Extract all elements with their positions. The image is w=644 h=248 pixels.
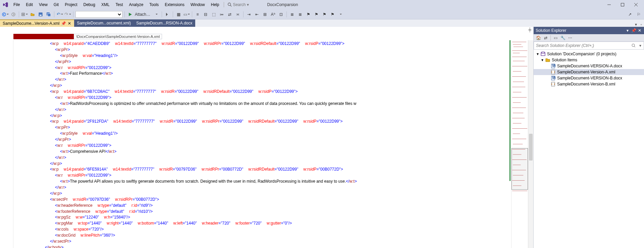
tree-folder-node[interactable]: ▾ Solution Items — [534, 57, 644, 63]
editor-gutter[interactable] — [0, 40, 13, 248]
menu-window[interactable]: Window — [188, 1, 208, 8]
redo-button[interactable] — [64, 11, 71, 18]
menu-project[interactable]: Project — [62, 1, 80, 8]
menu-view[interactable]: View — [36, 1, 50, 8]
tool-btn-13[interactable]: ⊡ — [278, 11, 284, 18]
tree-item[interactable]: SampleDocument-Version-B.xml — [534, 81, 644, 87]
se-switch-views-button[interactable]: ⇄ — [542, 35, 549, 41]
nav-back-button[interactable] — [2, 11, 9, 18]
tree-item[interactable]: W SampleDocument-VERSION-A.docx — [534, 63, 644, 69]
notifications-button[interactable]: ⚐ — [635, 11, 642, 18]
toolbar: Attach… ▦ ▭ ≡ ⊟ ⬚ ≔ ⇄ ≍ ⇥ ⇤ ⊞ Aᵇ ⊡ ≣ ≣ ⚑… — [0, 9, 644, 19]
tool-btn-11[interactable]: ⊞ — [262, 11, 268, 18]
bookmark-btn-4[interactable]: ⚑ — [329, 11, 336, 18]
panel-dropdown-icon[interactable]: ▾ — [625, 28, 630, 33]
menu-analyze[interactable]: Analyze — [126, 1, 146, 8]
save-button[interactable] — [37, 11, 44, 18]
minimap-viewport[interactable] — [512, 148, 528, 190]
scroll-thumb[interactable] — [529, 134, 533, 161]
xml-icon — [550, 69, 556, 75]
tab-third[interactable]: SampleDocum...RSION-A.docx — [133, 19, 195, 27]
solution-config-dropdown[interactable] — [75, 11, 122, 18]
solution-explorer-title: Solution Explorer — [536, 28, 566, 33]
search-icon[interactable] — [630, 44, 637, 48]
folder-icon — [545, 57, 550, 63]
tool-btn-5[interactable]: ⬚ — [210, 11, 217, 18]
menu-debug[interactable]: Debug — [81, 1, 98, 8]
menu-extensions[interactable]: Extensions — [162, 1, 187, 8]
split-handle[interactable]: ╪ — [0, 27, 533, 33]
tool-btn-6[interactable]: ≔ — [218, 11, 225, 18]
tab-active[interactable]: SampleDocume...Version-A.xml 📌 ✕ — [0, 19, 74, 27]
menubar: File Edit View Git Project Debug XML Tes… — [11, 1, 298, 8]
docx-icon: W — [550, 75, 556, 81]
search-dropdown-icon[interactable]: ▾ — [637, 43, 644, 48]
tool-btn-8[interactable]: ≍ — [234, 11, 241, 18]
panel-close-icon[interactable]: ✕ — [637, 28, 642, 33]
maximize-button[interactable] — [616, 0, 629, 9]
minimize-button[interactable] — [602, 0, 616, 9]
tab-active-label: SampleDocume...Version-A.xml — [3, 21, 59, 26]
solution-explorer-search-input[interactable] — [534, 43, 630, 48]
tool-btn-7[interactable]: ⇄ — [226, 11, 233, 18]
se-more-button[interactable]: ⋯ — [567, 35, 574, 41]
tab-second[interactable]: SampleDocum...ocument.xml) — [74, 19, 133, 27]
minimap[interactable] — [511, 40, 528, 248]
nav-fwd-button[interactable] — [10, 11, 17, 18]
tool-btn-15[interactable]: ≣ — [297, 11, 304, 18]
chevron-down-icon[interactable]: ▾ — [540, 58, 544, 62]
menu-edit[interactable]: Edit — [23, 1, 36, 8]
tool-btn-16[interactable] — [337, 11, 344, 18]
tool-btn-10[interactable]: ⇤ — [254, 11, 260, 18]
menu-test[interactable]: Test — [113, 1, 126, 8]
start-button[interactable] — [127, 11, 133, 18]
attach-label[interactable]: Attach… — [135, 12, 152, 17]
menu-git[interactable]: Git — [51, 1, 61, 8]
tool-btn-4[interactable]: ⊟ — [202, 11, 209, 18]
panel-pin-icon[interactable]: 📌 — [631, 28, 636, 33]
tab-pin-button[interactable]: ▫ — [639, 22, 644, 27]
menu-tools[interactable]: Tools — [147, 1, 161, 8]
tree-solution-node[interactable]: ▾ Solution 'DocxComparsion' (0 projects) — [534, 51, 644, 57]
new-item-button[interactable] — [21, 11, 28, 18]
attach-dropdown[interactable] — [153, 11, 160, 18]
solution-explorer-search[interactable]: ▾ — [534, 42, 644, 50]
vertical-scrollbar[interactable] — [528, 40, 533, 248]
open-file-button[interactable] — [29, 11, 36, 18]
save-all-button[interactable] — [45, 11, 52, 18]
pin-icon[interactable]: 📌 — [61, 21, 65, 25]
quick-search[interactable] — [227, 2, 260, 7]
tool-btn-9[interactable]: ⇥ — [246, 11, 252, 18]
tab-third-label: SampleDocum...RSION-A.docx — [136, 21, 192, 25]
bookmark-btn-2[interactable]: ⚑ — [313, 11, 320, 18]
svg-text:W: W — [552, 76, 555, 80]
code-editor[interactable]: <w:p w14:paraId="4CAEDDB9" w14:textId="7… — [13, 40, 509, 248]
menu-xml[interactable]: XML — [99, 1, 112, 8]
bookmark-btn-3[interactable]: ⚑ — [321, 11, 328, 18]
tool-btn-1[interactable]: ▦ — [175, 11, 182, 18]
menu-file[interactable]: File — [11, 1, 22, 8]
se-nested-button[interactable]: ▭ — [552, 35, 559, 41]
chevron-down-icon[interactable]: ▾ — [536, 52, 540, 56]
close-icon[interactable]: ✕ — [67, 21, 71, 25]
tool-btn-12[interactable]: Aᵇ — [270, 11, 276, 18]
undo-button[interactable] — [56, 11, 63, 18]
quick-search-input[interactable] — [233, 2, 260, 7]
close-button[interactable] — [629, 0, 643, 9]
share-button[interactable]: ↗ — [627, 11, 633, 18]
tree-item[interactable]: W SampleDocument-VERSION-B.docx — [534, 75, 644, 81]
breadcrumb-path[interactable]: \DocxComparsion\SampleDocument-Version-A… — [74, 34, 162, 39]
tab-overflow-button[interactable]: ▾ — [633, 22, 639, 27]
tree-item[interactable]: SampleDocument-Version-A.xml — [534, 69, 644, 75]
se-home-button[interactable]: 🏠 — [535, 35, 542, 41]
menu-help[interactable]: Help — [208, 1, 222, 8]
step-into-button[interactable] — [164, 11, 171, 18]
tool-btn-2[interactable]: ▭ — [183, 11, 190, 18]
svg-line-48 — [634, 46, 635, 47]
tool-btn-3[interactable]: ≡ — [194, 11, 201, 18]
main: ╪ \DocxComparsion\SampleDocument-Version… — [0, 27, 644, 248]
svg-rect-56 — [551, 82, 555, 86]
bookmark-btn-1[interactable]: ⚑ — [305, 11, 312, 18]
tool-btn-14[interactable]: ≣ — [289, 11, 296, 18]
se-wrench-button[interactable]: 🔧 — [559, 35, 566, 41]
